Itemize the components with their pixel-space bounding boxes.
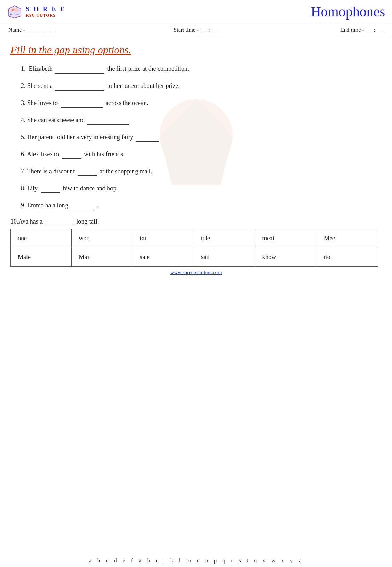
q7-text-after: at the shopping mall. <box>100 168 152 175</box>
option-sale[interactable]: sale <box>133 248 194 267</box>
logo-icon: RSC TUTORS <box>7 4 22 20</box>
start-time-field: Start time - _ _ : _ _ <box>133 27 259 33</box>
q8-text-after: hiw to dance and hop. <box>63 185 118 192</box>
q6-text-after: with his friends. <box>84 151 125 158</box>
option-meat[interactable]: meat <box>255 229 317 248</box>
q5-text-before: 5. Her parent told her a very interestin… <box>21 134 133 141</box>
option-mail[interactable]: Mail <box>72 248 133 267</box>
q10-blank[interactable] <box>46 218 74 225</box>
q7-blank[interactable] <box>78 169 97 176</box>
q7-text-before: 7. There is a discount <box>21 168 75 175</box>
q2-blank[interactable] <box>55 84 104 91</box>
q3-blank[interactable] <box>61 101 103 108</box>
main-content: Fill in the gap using options. 1. Elizab… <box>0 37 392 296</box>
options-table: one won tail tale meat Meet Male Mail sa… <box>10 229 378 267</box>
q3-text-before: 3. She loves to <box>21 99 58 106</box>
logo-area: RSC TUTORS S H R E E RSC TUTORS <box>7 4 66 20</box>
question-10-intro: 10.Ava has a long tail. <box>10 218 382 225</box>
question-1: 1. Elizabeth the first prize at the comp… <box>21 64 382 74</box>
q1-blank[interactable] <box>55 67 104 74</box>
info-bar: Name - _ _ _ _ _ _ _ _ Start time - _ _ … <box>0 23 392 37</box>
q8-blank[interactable] <box>41 186 60 193</box>
q10-text-after: long tail. <box>76 218 99 225</box>
option-tale[interactable]: tale <box>194 229 255 248</box>
q4-text-before: 4. She can eat cheese and <box>21 116 85 123</box>
option-no[interactable]: no <box>317 248 378 267</box>
option-one[interactable]: one <box>11 229 72 248</box>
logo-shree-text: S H R E E <box>26 6 66 13</box>
option-won[interactable]: won <box>72 229 133 248</box>
footer: www.shreersctutors.com <box>10 267 382 293</box>
end-time-field: End time - _ _ : _ _ <box>259 27 384 33</box>
q9-text-after: . <box>97 202 98 209</box>
option-meet[interactable]: Meet <box>317 229 378 248</box>
q10-text-before: 10.Ava has a <box>10 218 43 225</box>
option-sail[interactable]: sail <box>194 248 255 267</box>
question-9: 9. Emma ha a long . <box>21 201 382 210</box>
logo-text: S H R E E RSC TUTORS <box>26 6 66 18</box>
page-header: RSC TUTORS S H R E E RSC TUTORS Homophon… <box>0 0 392 23</box>
question-3: 3. She loves to across the ocean. <box>21 98 382 108</box>
question-7: 7. There is a discount at the shopping m… <box>21 167 382 176</box>
question-4: 4. She can eat cheese and <box>21 115 382 125</box>
svg-text:RSC: RSC <box>11 8 18 12</box>
section-title: Fill in the gap using options. <box>10 44 382 56</box>
question-5: 5. Her parent told her a very interestin… <box>21 133 382 142</box>
logo-rsc-text: RSC TUTORS <box>26 13 66 18</box>
svg-text:TUTORS: TUTORS <box>10 13 19 16</box>
question-8: 8. Lily hiw to dance and hop. <box>21 184 382 193</box>
question-2: 2. She sent a to her parent about her pr… <box>21 81 382 91</box>
q2-text-after: to her parent about her prize. <box>107 82 180 89</box>
page-title: Homophones <box>311 3 385 20</box>
option-male[interactable]: Male <box>11 248 72 267</box>
q2-text-before: 2. She sent a <box>21 82 53 89</box>
q3-text-after: across the ocean. <box>106 99 148 106</box>
svg-marker-0 <box>8 6 21 18</box>
q8-text-before: 8. Lily <box>21 185 38 192</box>
website-link[interactable]: www.shreersctutors.com <box>170 270 222 275</box>
q5-blank[interactable] <box>136 135 159 142</box>
q6-text-before: 6. Alex likes to <box>21 151 59 158</box>
option-tail[interactable]: tail <box>133 229 194 248</box>
options-row-1: one won tail tale meat Meet <box>11 229 378 248</box>
q4-blank[interactable] <box>87 118 129 125</box>
q9-blank[interactable] <box>71 203 94 210</box>
q1-text-after: the first prize at the competition. <box>107 65 189 72</box>
name-field: Name - _ _ _ _ _ _ _ _ <box>8 27 133 33</box>
questions-list: 1. Elizabeth the first prize at the comp… <box>21 64 382 210</box>
alphabet-text: a b c d e f g h i j k l m n o p q r s t … <box>89 557 303 564</box>
q9-text-before: 9. Emma ha a long <box>21 202 68 209</box>
q6-blank[interactable] <box>62 152 81 159</box>
alphabet-bar: a b c d e f g h i j k l m n o p q r s t … <box>0 554 392 567</box>
question-6: 6. Alex likes to with his friends. <box>21 150 382 159</box>
option-know[interactable]: know <box>255 248 317 267</box>
options-tbody: one won tail tale meat Meet Male Mail sa… <box>11 229 378 267</box>
options-row-2: Male Mail sale sail know no <box>11 248 378 267</box>
q1-number: 1. Elizabeth <box>21 65 52 72</box>
